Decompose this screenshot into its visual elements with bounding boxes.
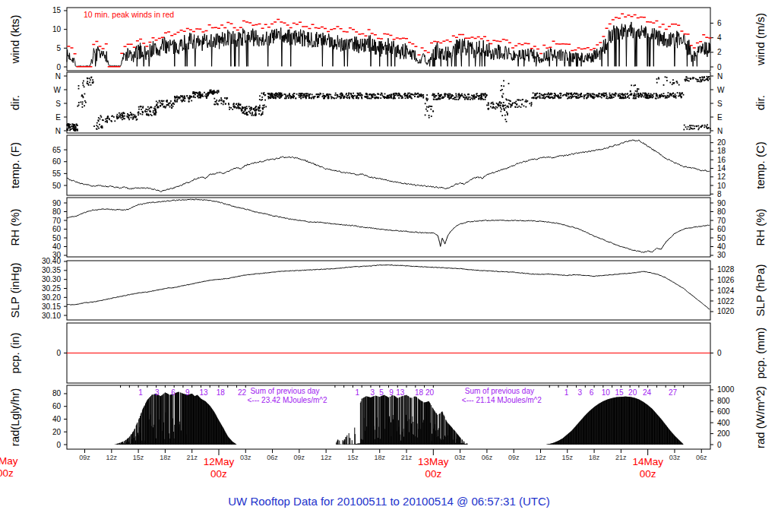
wind-direction-dot — [247, 114, 248, 116]
wind-direction-dot — [692, 125, 694, 127]
wind-direction-dot — [619, 93, 621, 95]
wind-direction-dot — [587, 93, 588, 95]
axis-tick-label: N — [717, 127, 723, 135]
wind-direction-dot — [186, 95, 188, 97]
axis-title-right-dir: dir. — [754, 95, 767, 110]
wind-direction-dot — [242, 112, 244, 113]
wind-direction-dot — [545, 93, 546, 95]
wind-direction-dot — [510, 106, 511, 108]
wind-direction-dot — [339, 96, 340, 97]
rad-sum-annotation-line2: <--- 21.14 MJoules/m^2 — [462, 396, 542, 404]
wind-direction-dot — [672, 79, 674, 81]
wind-direction-dot — [666, 97, 667, 98]
wind-direction-dot — [255, 114, 256, 116]
wind-direction-dot — [686, 77, 688, 78]
wind-direction-dot — [251, 115, 253, 116]
wind-direction-dot — [485, 99, 486, 100]
wind-direction-dot — [558, 97, 560, 99]
wind-direction-dot — [293, 97, 294, 99]
wind-direction-dot — [689, 125, 691, 126]
wind-direction-dot — [386, 97, 387, 98]
wind-direction-dot — [351, 96, 353, 97]
wind-direction-dot — [677, 82, 678, 84]
time-tick-label: 09z — [79, 454, 90, 461]
rad-cumulative-number: 1 — [138, 388, 143, 397]
wind-direction-dot — [580, 93, 582, 94]
wind-direction-dot — [230, 107, 232, 109]
wind-direction-dot — [157, 102, 159, 103]
wind-direction-dot — [643, 97, 644, 98]
wind-direction-dot — [701, 125, 703, 127]
wind-direction-dot — [245, 110, 246, 112]
wind-direction-dot — [172, 106, 174, 107]
wind-direction-dot — [622, 93, 624, 95]
wind-direction-dot — [293, 96, 295, 97]
wind-direction-dot — [241, 110, 242, 112]
wind-direction-dot — [204, 96, 206, 97]
wind-direction-dot — [87, 83, 88, 84]
wind-direction-dot — [710, 128, 711, 129]
wind-direction-dot — [97, 119, 99, 121]
wind-direction-dot — [261, 113, 263, 115]
wind-direction-dot — [197, 95, 198, 97]
wind-direction-dot — [607, 98, 609, 100]
wind-direction-dot — [381, 93, 382, 94]
rad-cumulative-number: 22 — [238, 388, 247, 397]
axis-tick-label: 30.25 — [42, 284, 61, 293]
wind-direction-dot — [373, 93, 375, 95]
wind-direction-dot — [593, 97, 594, 98]
wind-direction-dot — [271, 97, 273, 98]
wind-direction-dot — [380, 94, 381, 96]
wind-direction-dot — [501, 95, 503, 97]
wind-direction-dot — [601, 97, 602, 99]
wind-direction-dot — [184, 96, 185, 97]
wind-direction-dot — [162, 101, 163, 103]
axis-tick-label: 200 — [717, 429, 730, 438]
axis-tick-label: 12 — [717, 173, 726, 181]
wind-direction-dot — [171, 107, 172, 109]
wind-direction-dot — [135, 116, 137, 118]
axis-title-left-wind: wind (kts) — [8, 14, 21, 64]
axis-tick-label: 10 — [52, 25, 62, 33]
wind-direction-dot — [160, 102, 161, 103]
wind-direction-dot — [571, 93, 572, 95]
wind-direction-dot — [555, 93, 556, 95]
wind-direction-dot — [646, 93, 647, 95]
wind-direction-dot — [277, 94, 279, 96]
wind-direction-dot — [426, 94, 428, 96]
wind-direction-dot — [105, 121, 106, 122]
wind-direction-dot — [609, 94, 611, 96]
wind-direction-dot — [281, 93, 283, 94]
wind-direction-dot — [458, 95, 460, 97]
wind-direction-dot — [476, 93, 478, 94]
solar-radiation-hump — [337, 395, 467, 445]
axis-tick-label: 15 — [52, 6, 62, 14]
wind-direction-dot — [557, 96, 558, 97]
wind-direction-dot — [124, 116, 125, 117]
wind-direction-dot — [311, 98, 312, 100]
wind-direction-dot — [522, 99, 523, 100]
wind-direction-dot — [153, 114, 155, 116]
wind-direction-dot — [199, 97, 201, 98]
wind-direction-dot — [368, 97, 370, 99]
wind-direction-dot — [133, 114, 134, 116]
wind-direction-dot — [381, 95, 383, 97]
wind-direction-dot — [694, 125, 696, 127]
wind-direction-dot — [161, 103, 163, 105]
wind-direction-dot — [124, 118, 125, 119]
wind-direction-dot — [631, 84, 632, 86]
wind-direction-dot — [606, 97, 607, 99]
wind-direction-dot — [264, 100, 266, 101]
wind-direction-dot — [100, 116, 102, 118]
wind-direction-dot — [198, 97, 199, 99]
wind-direction-dot — [154, 112, 156, 114]
wind-direction-dot — [406, 95, 408, 97]
wind-direction-dot — [503, 102, 504, 103]
wind-direction-dot — [455, 93, 457, 95]
wind-direction-dot — [531, 103, 533, 105]
axis-title-right-slp: SLP (hPa) — [754, 264, 767, 317]
wind-direction-dot — [140, 113, 141, 115]
wind-direction-dot — [704, 79, 706, 81]
wind-direction-dot — [77, 125, 78, 126]
wind-direction-dot — [421, 96, 422, 97]
